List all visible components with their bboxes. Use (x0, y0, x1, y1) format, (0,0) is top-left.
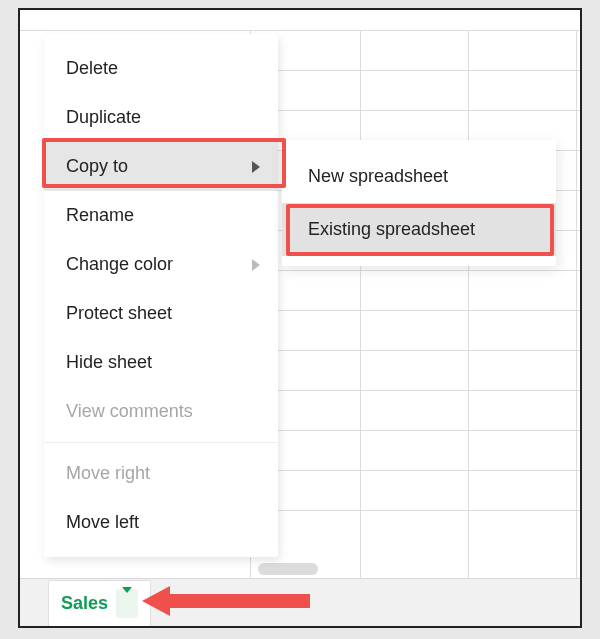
menu-item-label: Copy to (66, 156, 128, 176)
menu-item-rename[interactable]: Rename (44, 191, 278, 240)
app-window: Delete Duplicate Copy to Rename Change c… (18, 8, 582, 628)
menu-item-protect-sheet[interactable]: Protect sheet (44, 289, 278, 338)
chevron-right-icon (252, 259, 260, 271)
sheet-context-menu: Delete Duplicate Copy to Rename Change c… (44, 34, 278, 557)
horizontal-scrollbar-thumb[interactable] (258, 563, 318, 575)
menu-item-duplicate[interactable]: Duplicate (44, 93, 278, 142)
chevron-right-icon (252, 161, 260, 173)
submenu-item-new-spreadsheet[interactable]: New spreadsheet (282, 150, 556, 203)
menu-item-view-comments: View comments (44, 387, 278, 436)
sheet-tab-bar: Sales (20, 578, 580, 626)
sheet-tab-sales[interactable]: Sales (48, 580, 151, 626)
menu-item-hide-sheet[interactable]: Hide sheet (44, 338, 278, 387)
sheet-tab-label: Sales (61, 593, 108, 614)
submenu-item-existing-spreadsheet[interactable]: Existing spreadsheet (282, 203, 556, 256)
menu-item-delete[interactable]: Delete (44, 44, 278, 93)
copy-to-submenu: New spreadsheet Existing spreadsheet (282, 140, 556, 266)
menu-separator (44, 442, 278, 443)
spreadsheet-grid[interactable] (250, 30, 580, 578)
menu-item-label: Change color (66, 254, 173, 274)
menu-item-move-left[interactable]: Move left (44, 498, 278, 547)
menu-item-move-right: Move right (44, 449, 278, 498)
caret-down-icon (122, 587, 132, 613)
menu-item-change-color[interactable]: Change color (44, 240, 278, 289)
menu-item-copy-to[interactable]: Copy to (44, 142, 278, 191)
sheet-tab-dropdown-button[interactable] (116, 589, 138, 618)
